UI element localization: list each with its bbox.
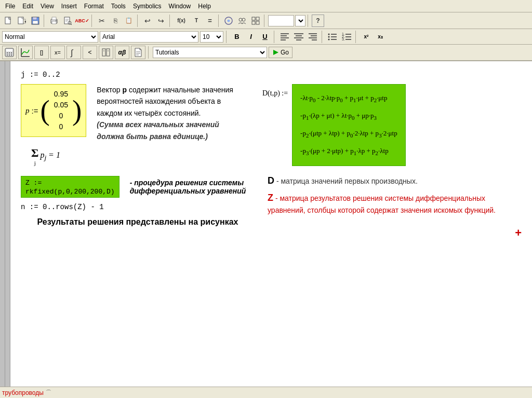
graph-button[interactable] [18, 46, 33, 59]
underline-button[interactable]: U [259, 31, 271, 43]
align-right-button[interactable] [307, 31, 319, 43]
preview-icon [63, 17, 72, 25]
tutorials-dropdown[interactable]: Tutorials [153, 47, 267, 58]
calculator-icon [4, 47, 15, 58]
svg-point-20 [242, 18, 245, 21]
result-text: Результаты решения представлены на рисун… [21, 217, 255, 227]
list-button[interactable] [326, 31, 339, 43]
n-definition: n := 0..rows(Z) - 1 [21, 203, 255, 211]
calculator-button[interactable] [2, 46, 17, 59]
menu-file[interactable]: File [2, 2, 18, 11]
z-letter: Z [268, 193, 273, 203]
left-column: p := ( 0.95 0.05 0 0 ) [21, 84, 255, 227]
print-icon [50, 17, 58, 25]
main-content: p := ( 0.95 0.05 0 0 ) [21, 84, 522, 240]
z-description-text: - матрица результатов решения системы ди… [268, 194, 496, 214]
z-description-line: Z - матрица результатов решения системы … [268, 191, 522, 216]
svg-point-11 [56, 20, 57, 21]
val-3: 0 [59, 111, 63, 121]
svg-rect-10 [52, 21, 56, 24]
d-letter: D [268, 175, 274, 186]
menu-help[interactable]: Help [195, 2, 214, 11]
matrix-row-4: -p3·(μp + 2·μtp) + p1·λp + p2·λtp [300, 143, 397, 160]
undo-button[interactable]: ↩ [141, 15, 154, 27]
d-description-text: - матрица значений первых производных. [276, 177, 418, 185]
align-left-button[interactable] [278, 31, 291, 43]
svg-point-19 [239, 18, 242, 21]
vector-p-label: p [25, 106, 30, 115]
z-def-section: Z := rkfixed(p,0,200,200,D) - процедура … [21, 176, 255, 198]
zoom-input[interactable]: 100% [268, 15, 294, 26]
page-area[interactable]: j := 0..2 p := ( 0.95 [10, 61, 532, 387]
new-button[interactable] [2, 15, 15, 27]
bold-button[interactable]: B [231, 31, 243, 43]
menu-view[interactable]: View [37, 2, 57, 11]
vector2-button[interactable] [99, 46, 113, 59]
vector-box: p := ( 0.95 0.05 0 0 ) [21, 84, 86, 137]
svg-text:∫: ∫ [70, 48, 74, 58]
resource-button[interactable] [222, 15, 235, 27]
svg-rect-65 [136, 53, 140, 54]
vector2-icon [101, 47, 111, 58]
preview-button[interactable] [61, 15, 74, 27]
alpha-beta-button[interactable]: αβ [115, 46, 129, 59]
italic-button[interactable]: I [245, 31, 257, 43]
insert-math-button[interactable]: f(x) [174, 15, 189, 27]
less-than-button[interactable]: < [83, 46, 97, 59]
save-button[interactable] [29, 15, 42, 27]
redo-button[interactable]: ↪ [155, 15, 167, 27]
j-def-text: j := 0..2 [21, 71, 60, 79]
component-button[interactable] [249, 15, 262, 27]
separator-7 [308, 15, 310, 27]
equals-button[interactable]: = [204, 15, 216, 27]
matrix-row-1: -λt·p0 - 2·λtp·p0 + p1·μt + p2·μtp [300, 90, 397, 107]
svg-point-39 [328, 36, 330, 37]
menu-edit[interactable]: Edit [19, 2, 36, 11]
menu-insert[interactable]: Insert [58, 2, 80, 11]
spellcheck-button[interactable]: ABC✓ [75, 15, 89, 27]
font-dropdown[interactable]: Arial [100, 31, 198, 43]
separator-1 [44, 15, 46, 27]
menu-format[interactable]: Format [81, 2, 107, 11]
subscript-button[interactable]: x₂ [374, 31, 387, 43]
equation-button[interactable]: x= [50, 46, 65, 59]
style-dropdown[interactable]: Normal [2, 31, 98, 43]
integral-button[interactable]: ∫ [66, 46, 81, 59]
left-margin [0, 61, 10, 387]
print-button[interactable] [48, 15, 60, 27]
menu-symbolics[interactable]: Symbolics [130, 2, 165, 11]
menu-window[interactable]: Window [166, 2, 194, 11]
collab-button[interactable] [236, 15, 248, 27]
numbered-list-button[interactable]: 1.2.3. [340, 31, 353, 43]
size-dropdown[interactable]: 10 [200, 31, 223, 43]
open-dropdown-icon: ▼ [18, 17, 26, 25]
math-toolbar: [] x= ∫ < αβ Tutorials Go [0, 45, 532, 61]
status-decoration: ⌒ [46, 389, 51, 396]
cut-button[interactable]: ✂ [96, 15, 108, 27]
svg-text:▼: ▼ [24, 20, 26, 23]
d-def-label: D(t,p) := [262, 84, 288, 98]
italic-note: (Сумма всех начальных значений должна бы… [97, 120, 219, 140]
go-button[interactable]: Go [269, 47, 292, 58]
help-button[interactable]: ? [312, 15, 324, 27]
menu-tools[interactable]: Tools [108, 2, 129, 11]
status-link[interactable]: трубопроводы [2, 389, 44, 396]
matrix-button[interactable]: [] [34, 46, 49, 59]
document-icon [133, 47, 143, 58]
align-center-button[interactable] [292, 31, 305, 43]
d-matrix-box: -λt·p0 - 2·λtp·p0 + p1·μt + p2·μtp -p1·(… [292, 84, 406, 166]
z-def-text: Z := rkfixed(p,0,200,200,D) [25, 179, 115, 196]
copy-button[interactable]: ⎘ [109, 15, 122, 27]
paste-button[interactable]: 📋 [123, 15, 135, 27]
svg-rect-66 [136, 54, 139, 56]
d-matrix-section: D(t,p) := -λt·p0 - 2·λtp·p0 + p1·μt + p2… [262, 84, 522, 166]
svg-rect-7 [33, 21, 38, 24]
open-dropdown-button[interactable]: ▼ [16, 15, 28, 27]
document-button[interactable] [131, 46, 145, 59]
superscript-button[interactable]: x² [360, 31, 373, 43]
math-sep [148, 46, 150, 59]
svg-text:3.: 3. [342, 37, 345, 41]
insert-text-button[interactable]: T [190, 15, 203, 27]
zoom-dropdown[interactable]: ▼ [295, 15, 305, 26]
svg-rect-60 [102, 49, 105, 56]
